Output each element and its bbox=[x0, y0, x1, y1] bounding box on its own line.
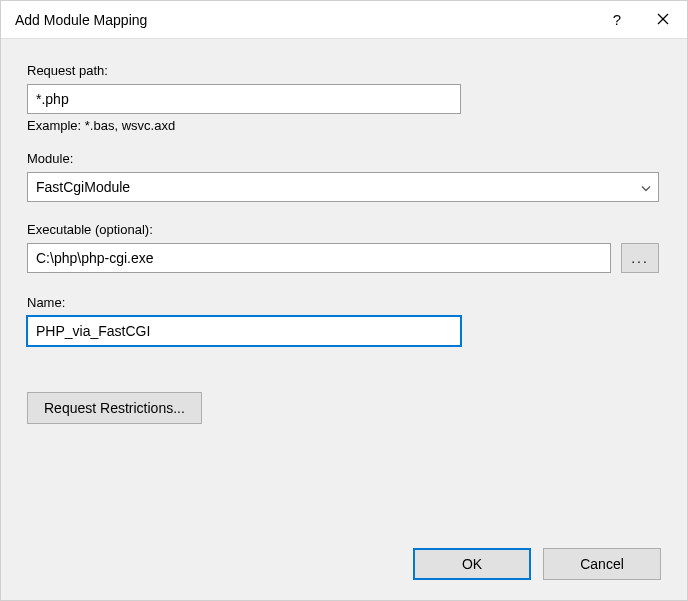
request-path-group: Request path: Example: *.bas, wsvc.axd bbox=[27, 63, 661, 133]
window-title: Add Module Mapping bbox=[15, 12, 595, 28]
cancel-button[interactable]: Cancel bbox=[543, 548, 661, 580]
close-button[interactable] bbox=[639, 1, 687, 39]
module-combo-value: FastCgiModule bbox=[36, 179, 130, 195]
executable-row: ... bbox=[27, 243, 661, 273]
request-restrictions-button[interactable]: Request Restrictions... bbox=[27, 392, 202, 424]
request-path-hint: Example: *.bas, wsvc.axd bbox=[27, 118, 661, 133]
request-path-label: Request path: bbox=[27, 63, 661, 78]
module-combo[interactable]: FastCgiModule bbox=[27, 172, 659, 202]
executable-input[interactable] bbox=[27, 243, 611, 273]
ok-button[interactable]: OK bbox=[413, 548, 531, 580]
request-path-input[interactable] bbox=[27, 84, 461, 114]
executable-label: Executable (optional): bbox=[27, 222, 661, 237]
dialog-footer: OK Cancel bbox=[413, 548, 661, 580]
browse-button[interactable]: ... bbox=[621, 243, 659, 273]
titlebar: Add Module Mapping ? bbox=[1, 1, 687, 39]
dialog-content: Request path: Example: *.bas, wsvc.axd M… bbox=[1, 39, 687, 601]
close-icon bbox=[657, 11, 669, 28]
name-group bbox=[27, 316, 661, 346]
module-combo-wrap: FastCgiModule bbox=[27, 172, 659, 202]
name-input[interactable] bbox=[27, 316, 461, 346]
module-label: Module: bbox=[27, 151, 661, 166]
name-label: Name: bbox=[27, 295, 661, 310]
help-button[interactable]: ? bbox=[595, 1, 639, 39]
help-icon: ? bbox=[613, 11, 621, 28]
